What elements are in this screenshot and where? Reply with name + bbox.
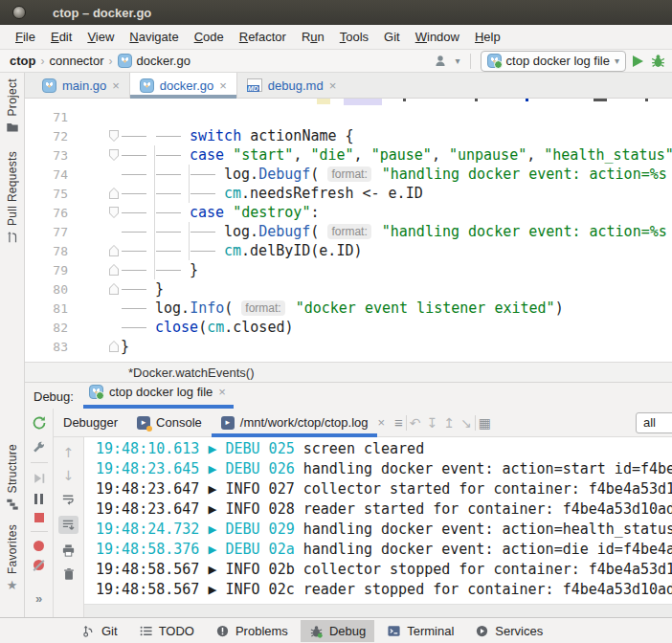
tool-window-button-debug[interactable]: Debug: [301, 620, 374, 642]
settings-wrench-button[interactable]: [32, 439, 46, 454]
breadcrumb-item[interactable]: docker.go: [118, 54, 190, 68]
scroll-to-end-button[interactable]: [58, 516, 78, 534]
indent-guide: [189, 222, 190, 260]
tool-button-favorites[interactable]: Favorites★: [6, 524, 19, 591]
console-scrollbar-track[interactable]: [84, 604, 672, 617]
log-filter-select[interactable]: all: [636, 412, 672, 433]
tab-whitespace: [121, 145, 155, 165]
tool-window-button-terminal[interactable]: Terminal: [378, 620, 462, 642]
fold-marker-icon[interactable]: [109, 341, 119, 352]
debug-session-tab[interactable]: ctop docker log file ×: [83, 383, 234, 409]
debug-panel-label: Debug:: [25, 389, 83, 409]
log-console[interactable]: 19:48:10.613 ▶ DEBU 025 screen cleared19…: [84, 437, 672, 604]
rollback-button[interactable]: ↶: [410, 416, 421, 430]
go-icon: [42, 78, 56, 93]
tab-whitespace: [155, 260, 190, 279]
close-icon[interactable]: ×: [219, 79, 227, 92]
editor-tab-debug.md[interactable]: debug.md×: [237, 73, 346, 98]
console-options-button[interactable]: ≡: [394, 415, 403, 430]
more-actions-button[interactable]: »: [35, 592, 42, 605]
close-icon[interactable]: ×: [112, 79, 120, 92]
line-number: 82: [25, 321, 68, 335]
next-occurrence-button[interactable]: ↓: [63, 469, 75, 482]
debug-session-tab-label: ctop docker log file: [109, 385, 213, 399]
fold-marker-icon[interactable]: [109, 149, 119, 161]
close-icon[interactable]: ×: [329, 79, 337, 92]
tool-button-pull-requests[interactable]: Pull Requests: [6, 151, 19, 244]
window-title: ctop – docker.go: [53, 6, 151, 20]
services-icon: [475, 624, 489, 638]
navigate-to-cursor-button[interactable]: ↘: [460, 416, 472, 430]
code-line: 73case "start", "die", "pause", "unpause…: [25, 145, 672, 165]
go-icon: [140, 78, 154, 93]
code-line: 80}: [25, 279, 672, 299]
menu-refactor[interactable]: Refactor: [232, 27, 294, 47]
clear-console-button[interactable]: [62, 567, 76, 581]
code-line: 76case "destroy":: [25, 203, 672, 222]
editor-tab-bar: main.go×docker.go×debug.md×: [25, 73, 672, 99]
mute-breakpoints-button[interactable]: [34, 560, 44, 570]
tool-window-button-todo[interactable]: TODO: [130, 620, 203, 642]
fold-marker-icon[interactable]: [109, 207, 119, 218]
indent-guide: [154, 145, 155, 279]
fold-marker-icon[interactable]: [109, 283, 119, 295]
resume-button[interactable]: [33, 472, 46, 485]
close-icon[interactable]: ×: [377, 416, 385, 429]
code-line: 77log.Debugf( format: "handling docker e…: [25, 222, 672, 241]
tool-button-structure[interactable]: Structure: [6, 444, 19, 511]
menu-git[interactable]: Git: [376, 27, 408, 47]
view-breakpoints-button[interactable]: [34, 541, 44, 551]
tab-whitespace: [121, 222, 155, 241]
print-button[interactable]: [61, 543, 76, 558]
debug-button[interactable]: [650, 53, 666, 69]
stop-button[interactable]: [34, 513, 44, 522]
log-line: 19:48:58.567 ▶ INFO 02b collector stoppe…: [96, 559, 672, 579]
breadcrumb-separator-icon: ›: [40, 55, 44, 68]
scroll-down-button[interactable]: ↧: [427, 416, 438, 430]
fold-marker-icon[interactable]: [109, 264, 119, 276]
window-menu-button[interactable]: [12, 6, 26, 19]
prev-occurrence-button[interactable]: ↑: [63, 446, 75, 459]
tool-button-project[interactable]: Project: [6, 78, 19, 134]
debug-tab-debugger[interactable]: Debugger: [54, 409, 127, 437]
navigation-toolbar: ctop›connector›docker.go ▾ ctop docker l…: [0, 50, 672, 73]
menu-view[interactable]: View: [79, 27, 122, 47]
debug-tab--mnt-work-ctop-ctop-log[interactable]: ▸/mnt/work/ctop/ctop.log: [212, 409, 378, 437]
debug-tab-console[interactable]: ▸Console: [127, 409, 212, 437]
menu-tools[interactable]: Tools: [332, 27, 376, 47]
line-number: 73: [25, 148, 68, 163]
tool-window-button-git[interactable]: Git: [73, 620, 126, 642]
fold-marker-icon[interactable]: [109, 245, 119, 256]
user-avatar-icon[interactable]: [434, 54, 449, 69]
pause-button[interactable]: [34, 494, 43, 504]
breadcrumb-item[interactable]: connector: [49, 54, 103, 68]
breadcrumb-item[interactable]: ctop: [10, 54, 35, 68]
use-soft-wraps-button[interactable]: [61, 492, 76, 506]
run-configuration-select[interactable]: ctop docker log file ▾: [481, 51, 626, 72]
editor-tab-main.go[interactable]: main.go×: [33, 73, 129, 98]
menu-navigate[interactable]: Navigate: [122, 27, 186, 47]
fold-marker-icon[interactable]: [109, 188, 119, 199]
tab-whitespace: [121, 165, 155, 184]
structure-icon: [6, 498, 19, 511]
code-editor[interactable]: 7172switch actionName {73case "start", "…: [25, 99, 672, 362]
editor-tab-docker.go[interactable]: docker.go×: [129, 73, 237, 98]
menu-file[interactable]: File: [8, 27, 43, 47]
line-number: 71: [25, 110, 68, 124]
tab-whitespace: [190, 222, 224, 241]
scroll-up-button[interactable]: ↥: [443, 416, 455, 430]
tool-window-button-services[interactable]: Services: [466, 620, 551, 642]
close-icon[interactable]: ×: [218, 385, 226, 399]
rerun-button[interactable]: [32, 415, 47, 431]
run-button[interactable]: [633, 55, 643, 67]
tab-whitespace: [121, 260, 155, 279]
fold-marker-icon[interactable]: [109, 130, 119, 142]
clipped-code-line: [25, 99, 672, 107]
menu-code[interactable]: Code: [187, 27, 232, 47]
menu-help[interactable]: Help: [467, 27, 508, 47]
menu-run[interactable]: Run: [294, 27, 332, 47]
menu-edit[interactable]: Edit: [43, 27, 79, 47]
layout-settings-button[interactable]: ▦: [479, 416, 491, 430]
menu-window[interactable]: Window: [408, 27, 467, 47]
tool-window-button-problems[interactable]: Problems: [207, 620, 297, 642]
